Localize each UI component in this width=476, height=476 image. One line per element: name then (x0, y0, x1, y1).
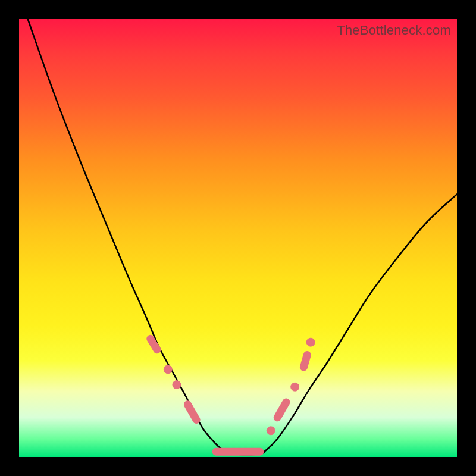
chart-svg (19, 19, 457, 457)
highlight-dot (173, 381, 181, 389)
highlight-dot (306, 338, 315, 346)
highlight-dot (267, 427, 275, 435)
highlight-dot (291, 383, 299, 391)
highlight-markers (151, 338, 315, 452)
left-curve (28, 19, 230, 453)
highlight-segment (187, 405, 196, 420)
highlight-dot (164, 365, 172, 374)
right-curve (264, 194, 457, 452)
plot-area: TheBottleneck.com (19, 19, 457, 457)
highlight-segment (303, 355, 307, 368)
chart-frame: TheBottleneck.com (0, 0, 476, 476)
highlight-segment (277, 402, 286, 418)
